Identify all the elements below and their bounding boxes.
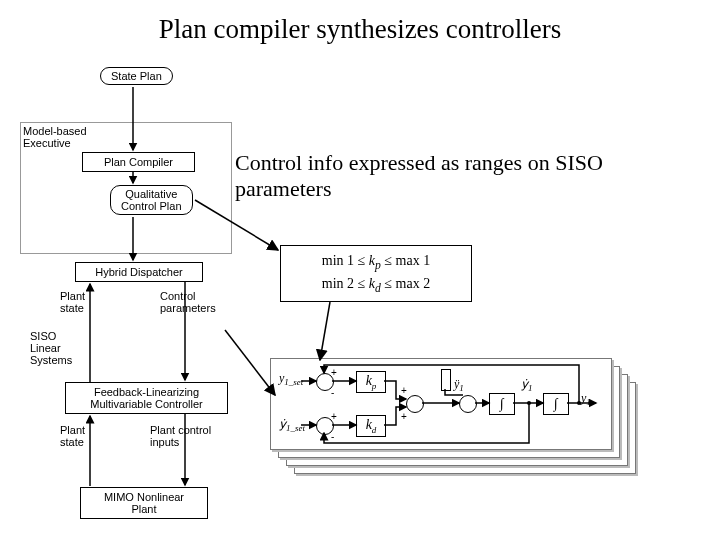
label-plant-state-lower: Plant state [60, 424, 85, 448]
node-state-plan: State Plan [100, 67, 173, 85]
svg-point-16 [527, 401, 531, 405]
label-control-parameters: Control parameters [160, 290, 216, 314]
svg-point-15 [577, 401, 581, 405]
node-feedback-linearizing: Feedback-Linearizing Multivariable Contr… [65, 382, 228, 414]
subtitle-line: Control info expressed as ranges on SISO… [235, 150, 603, 201]
node-qualitative-control-plan: Qualitative Control Plan [110, 185, 193, 215]
label-plant-control-inputs: Plant control inputs [150, 424, 211, 448]
node-hybrid-dispatcher: Hybrid Dispatcher [75, 262, 203, 282]
svg-line-19 [320, 302, 330, 360]
equation-line-1: min 1 ≤ kp ≤ max 1 [322, 253, 430, 272]
equation-line-2: min 2 ≤ kd ≤ max 2 [322, 276, 430, 295]
schematic-wires [271, 359, 611, 449]
label-plant-state-upper: Plant state [60, 290, 85, 314]
left-flow-diagram: Model-based Executive State Plan Plan Co… [20, 62, 280, 532]
node-plan-compiler: Plan Compiler [82, 152, 195, 172]
equation-box: min 1 ≤ kp ≤ max 1 min 2 ≤ kd ≤ max 2 [280, 245, 472, 302]
stack-layer-1: y1_set ẏ1_set + - + - kp kd + + [270, 358, 612, 450]
controller-schematic: y1_set ẏ1_set + - + - kp kd + + [271, 359, 611, 449]
label-model-based-executive: Model-based Executive [23, 125, 87, 149]
schematic-stack: y1_set ẏ1_set + - + - kp kd + + [270, 358, 640, 478]
subtitle-text: Control info expressed as ranges on SISO… [235, 150, 605, 203]
node-mimo-nonlinear-plant: MIMO Nonlinear Plant [80, 487, 208, 519]
page-title: Plan compiler synthesizes controllers [0, 14, 720, 45]
label-siso-linear-systems: SISO Linear Systems [30, 330, 72, 366]
